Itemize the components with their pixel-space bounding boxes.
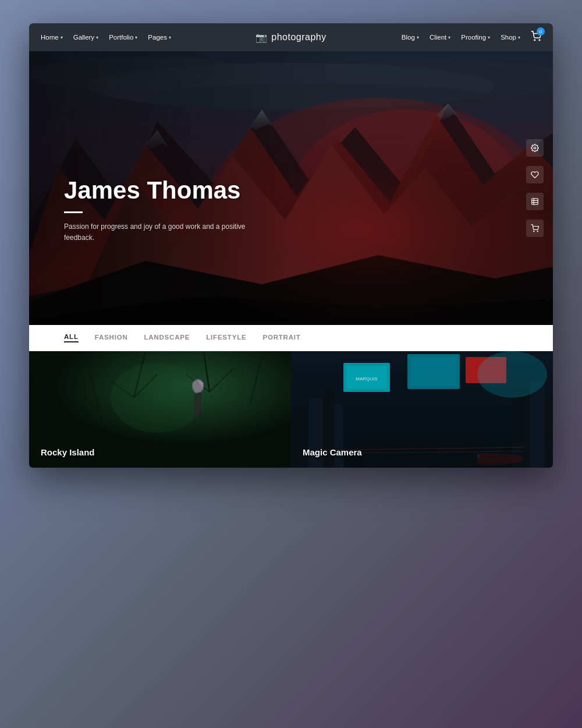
chevron-down-icon: ▾ [448,35,450,40]
heart-icon [531,171,539,179]
filter-tab-portrait[interactable]: PORTRAIT [262,334,300,342]
nav-right: Blog ▾ Client ▾ Proofing ▾ Shop ▾ 0 [402,31,541,44]
svg-point-18 [534,147,536,149]
nav-item-portfolio[interactable]: Portfolio ▾ [109,34,137,41]
svg-rect-55 [361,439,477,468]
nav-center: 📷 photography [255,32,326,43]
chevron-down-icon: ▾ [417,35,419,40]
gallery-item-label-1: Rocky Island [41,447,95,457]
camera-icon: 📷 [255,32,267,43]
hero-divider [64,211,83,213]
chevron-down-icon: ▾ [488,35,490,40]
svg-point-1 [539,40,540,41]
nav-item-pages[interactable]: Pages ▾ [148,34,171,41]
svg-rect-40 [308,398,323,468]
bookmark-icon [531,197,539,206]
svg-rect-39 [291,409,308,468]
gallery-item-label-2: Magic Camera [303,447,362,457]
site-logo[interactable]: photography [271,32,326,43]
bookmark-icon-button[interactable] [526,193,544,210]
gallery-item-magic-camera[interactable]: MARQUIS Magic Camera [291,351,553,468]
chevron-down-icon: ▾ [135,35,137,40]
svg-text:MARQUIS: MARQUIS [356,376,377,381]
svg-point-0 [534,40,535,41]
svg-rect-45 [544,398,553,468]
nav-item-home[interactable]: Home ▾ [41,34,63,41]
hero-title: James Thomas [64,177,250,204]
hero-section: James Thomas Passion for progress and jo… [29,51,553,325]
hero-content: James Thomas Passion for progress and jo… [64,177,250,243]
chevron-down-icon: ▾ [61,35,63,40]
gallery-grid: Rocky Island [29,351,553,468]
filter-tab-lifestyle[interactable]: LIFESTYLE [206,334,246,342]
sidebar-icons-panel [526,139,544,237]
chevron-down-icon: ▾ [169,35,171,40]
shopping-cart-icon [531,224,539,232]
chevron-down-icon: ▾ [96,35,98,40]
hero-subtitle: Passion for progress and joy of a good w… [64,221,250,243]
nav-item-gallery[interactable]: Gallery ▾ [73,34,98,41]
browser-window: Home ▾ Gallery ▾ Portfolio ▾ Pages ▾ 📷 p… [29,23,553,468]
nav-left: Home ▾ Gallery ▾ Portfolio ▾ Pages ▾ [41,34,171,41]
svg-rect-52 [410,357,457,386]
cart-badge: 0 [537,27,545,36]
svg-point-37 [111,363,204,433]
svg-rect-19 [532,199,538,205]
heart-icon-button[interactable] [526,166,544,183]
nav-item-blog[interactable]: Blog ▾ [402,34,419,41]
chevron-down-icon: ▾ [518,35,520,40]
cart-sidebar-button[interactable] [526,220,544,237]
svg-rect-42 [335,404,343,468]
navbar: Home ▾ Gallery ▾ Portfolio ▾ Pages ▾ 📷 p… [29,23,553,51]
filter-tab-landscape[interactable]: LANDSCAPE [144,334,190,342]
filter-tabs: ALL FASHION LANDSCAPE LIFESTYLE PORTRAIT [29,325,553,351]
gallery-item-rocky-island[interactable]: Rocky Island [29,351,291,468]
cart-button[interactable]: 0 [531,31,541,44]
settings-icon [531,144,539,152]
svg-point-58 [477,351,547,398]
settings-icon-button[interactable] [526,139,544,157]
nav-item-client[interactable]: Client ▾ [430,34,450,41]
filter-tab-all[interactable]: ALL [64,333,79,342]
svg-point-23 [534,231,534,232]
nav-item-proofing[interactable]: Proofing ▾ [461,34,490,41]
svg-point-24 [537,231,538,232]
filter-tab-fashion[interactable]: FASHION [95,334,128,342]
nav-item-shop[interactable]: Shop ▾ [501,34,520,41]
